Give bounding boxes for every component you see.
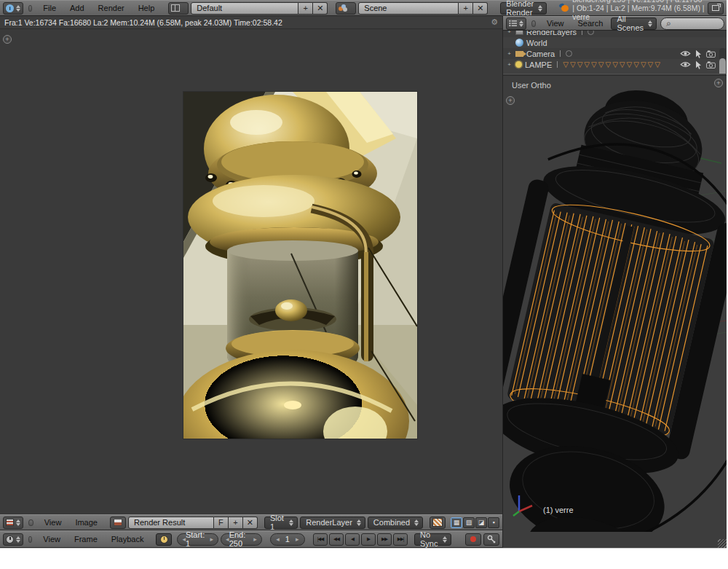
menu-help[interactable]: Help [132, 2, 161, 14]
wireframe-view [503, 76, 727, 532]
outliner-tree[interactable]: + RenderLayers World + Camera [503, 31, 727, 74]
image-editor-selector[interactable] [3, 517, 23, 529]
menu-view[interactable]: View [37, 533, 66, 545]
render-pass-dropdown[interactable]: Combined [368, 517, 423, 529]
outliner-item-label[interactable]: Camera [526, 50, 555, 58]
timeline-editor-selector[interactable] [3, 533, 23, 546]
area-resize-grip[interactable] [718, 539, 727, 548]
start-frame-stepper[interactable]: ◂ Start: 1 ▸ [177, 533, 218, 546]
spinner-arrows-icon [16, 536, 20, 543]
expand-icon[interactable]: + [506, 31, 513, 35]
info-editor-icon: i [6, 4, 14, 12]
browse-image-button[interactable] [110, 517, 126, 529]
add-layout-button[interactable]: + [298, 2, 313, 15]
material-slot-icons[interactable]: ▽▽▽▽▽▽▽▽▽▽▽▽▽▽ [563, 60, 662, 68]
render-job-gear-icon: ⚙ [491, 17, 498, 27]
collapse-menus-icon[interactable] [28, 5, 32, 12]
renderability-camera-icon[interactable] [706, 50, 716, 58]
channel-rgba-button[interactable]: ▨ [463, 517, 475, 528]
fake-user-button[interactable]: F [214, 517, 229, 529]
stepper-right-icon[interactable]: ▸ [296, 535, 299, 543]
divider [582, 31, 582, 35]
current-frame-stepper[interactable]: ◂ 1 ▸ [270, 533, 305, 546]
next-keyframe-button[interactable]: ▶▶ [377, 533, 392, 546]
paint-palette-icon [432, 518, 443, 527]
stepper-right-icon[interactable]: ▸ [253, 535, 257, 543]
image-editor-canvas[interactable]: + [0, 29, 502, 514]
unlink-image-button[interactable]: ✕ [243, 517, 258, 529]
render-stats-text: Fra:1 Ve:16734 Fa:16680 La:2 Mem:10.24M … [4, 18, 282, 27]
render-engine-dropdown[interactable]: Blender Render [500, 2, 547, 15]
menu-render[interactable]: Render [92, 2, 130, 14]
menu-add[interactable]: Add [64, 2, 90, 14]
menu-image[interactable]: Image [69, 517, 103, 528]
duplicate-window-button[interactable] [708, 2, 724, 15]
end-frame-stepper[interactable]: ◂ End: 250 ▸ [221, 533, 262, 546]
axis-gizmo-icon [509, 493, 535, 519]
play-button[interactable]: ▶ [361, 533, 376, 546]
outliner-item-label[interactable]: LAMPE [525, 60, 552, 69]
outliner-item-label[interactable]: World [526, 39, 547, 47]
channel-alpha-button[interactable]: ◪ [475, 517, 487, 528]
auto-keyframe-button[interactable] [465, 533, 481, 546]
scrollbar-thumb[interactable] [719, 58, 726, 74]
delete-layout-button[interactable]: ✕ [313, 2, 328, 15]
selectability-cursor-icon[interactable] [695, 60, 702, 69]
menu-view[interactable]: View [39, 517, 68, 528]
stepper-right-icon[interactable]: ▸ [210, 535, 214, 543]
editor-type-selector[interactable]: i [3, 2, 23, 15]
spinner-arrows-icon [443, 536, 447, 543]
previous-keyframe-button[interactable]: ◀◀ [329, 533, 344, 546]
collapse-menus-icon[interactable] [531, 20, 536, 27]
jump-to-end-button[interactable]: ▶▶| [393, 533, 408, 546]
menu-playback[interactable]: Playback [106, 533, 150, 545]
stepper-left-icon[interactable]: ◂ [276, 535, 280, 543]
outliner-row-world[interactable]: World [503, 37, 727, 48]
world-icon [515, 39, 523, 47]
outliner-row-lampe[interactable]: + LAMPE ▽▽▽▽▽▽▽▽▽▽▽▽▽▽ [503, 59, 727, 70]
menu-file[interactable]: File [37, 2, 62, 14]
scene-browser[interactable] [336, 2, 356, 15]
viewport-3d[interactable]: User Ortho + + [503, 76, 727, 532]
menu-frame[interactable]: Frame [68, 533, 103, 545]
menu-view[interactable]: View [541, 17, 570, 29]
image-painting-button[interactable] [430, 517, 446, 529]
screen-layout-browser[interactable] [168, 2, 189, 15]
outliner-row-camera[interactable]: + Camera [503, 48, 727, 59]
channel-z-button[interactable]: ▪ [488, 517, 499, 528]
layout-icon [171, 4, 180, 12]
channel-rgb-button[interactable]: ▦ [451, 517, 462, 528]
visibility-eye-icon[interactable] [680, 61, 691, 68]
layout-name-field[interactable]: Default [191, 2, 298, 15]
jump-to-start-button[interactable]: |◀◀ [313, 533, 328, 546]
visibility-eye-icon[interactable] [680, 50, 691, 57]
use-preview-range-button[interactable] [156, 533, 172, 546]
image-editor-icon [6, 519, 14, 526]
outliner-scrollbar[interactable] [719, 48, 726, 74]
render-slot-dropdown[interactable]: Slot 1 [264, 517, 298, 529]
record-icon [470, 536, 476, 542]
play-reverse-button[interactable]: ◀ [345, 533, 360, 546]
image-datablock-field[interactable]: Render Result [128, 517, 214, 529]
add-scene-button[interactable]: + [459, 2, 473, 15]
collapse-menus-icon[interactable] [28, 519, 33, 526]
delete-scene-button[interactable]: ✕ [473, 2, 488, 15]
renderability-camera-icon[interactable] [706, 61, 716, 68]
outliner-row-renderlayers[interactable]: + RenderLayers [503, 31, 727, 37]
outliner-item-label[interactable]: RenderLayers [526, 31, 577, 36]
scene-icon [339, 4, 348, 12]
sync-dropdown[interactable]: No Sync [414, 533, 451, 546]
outliner-editor-selector[interactable] [506, 17, 526, 30]
selectability-cursor-icon[interactable] [695, 50, 702, 58]
photo-icon [114, 519, 122, 526]
divider [560, 50, 561, 57]
new-image-button[interactable]: + [229, 517, 243, 529]
render-layer-dropdown[interactable]: RenderLayer [300, 517, 365, 529]
keying-set-button[interactable] [483, 533, 499, 546]
collapse-menus-icon[interactable] [28, 536, 32, 543]
scene-name-field[interactable]: Scene [358, 2, 459, 15]
expand-region-icon[interactable]: + [3, 35, 12, 44]
active-object-label: (1) verre [543, 506, 574, 514]
expand-icon[interactable]: + [506, 61, 513, 68]
expand-icon[interactable]: + [506, 50, 513, 57]
